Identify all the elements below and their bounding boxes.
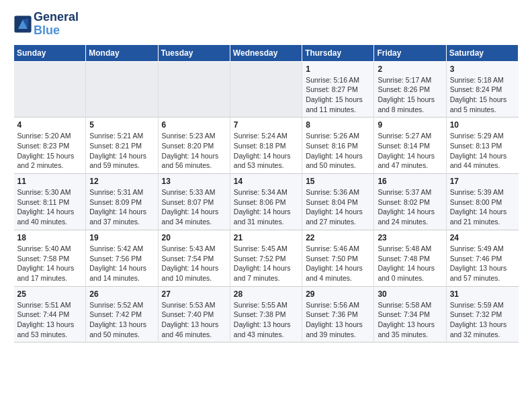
day-number: 26 [89,289,154,299]
calendar-cell: 9Sunrise: 5:27 AM Sunset: 8:14 PM Daylig… [374,118,446,174]
page-header: GeneralBlue [13,11,519,38]
day-info: Sunrise: 5:20 AM Sunset: 8:23 PM Dayligh… [17,131,83,171]
weekday-header-friday: Friday [374,44,446,61]
day-info: Sunrise: 5:59 AM Sunset: 7:32 PM Dayligh… [450,300,515,340]
calendar-cell: 25Sunrise: 5:51 AM Sunset: 7:44 PM Dayli… [14,286,86,342]
calendar-cell: 16Sunrise: 5:37 AM Sunset: 8:02 PM Dayli… [374,174,446,230]
day-info: Sunrise: 5:31 AM Sunset: 8:09 PM Dayligh… [89,187,154,227]
day-info: Sunrise: 5:36 AM Sunset: 8:04 PM Dayligh… [306,187,370,227]
calendar-cell: 21Sunrise: 5:45 AM Sunset: 7:52 PM Dayli… [230,230,302,286]
calendar-cell: 3Sunrise: 5:18 AM Sunset: 8:24 PM Daylig… [446,61,518,118]
logo-icon [13,15,32,34]
day-number: 17 [450,177,515,186]
day-number: 12 [89,177,154,186]
day-info: Sunrise: 5:52 AM Sunset: 7:42 PM Dayligh… [89,300,154,340]
day-number: 24 [450,233,515,242]
day-number: 21 [234,233,298,242]
day-number: 28 [234,289,298,299]
calendar-cell: 28Sunrise: 5:55 AM Sunset: 7:38 PM Dayli… [230,286,302,342]
day-info: Sunrise: 5:27 AM Sunset: 8:14 PM Dayligh… [378,131,442,171]
day-number: 13 [162,177,226,186]
day-info: Sunrise: 5:26 AM Sunset: 8:16 PM Dayligh… [306,131,370,171]
weekday-header-row: SundayMondayTuesdayWednesdayThursdayFrid… [14,44,519,61]
day-info: Sunrise: 5:33 AM Sunset: 8:07 PM Dayligh… [162,187,226,227]
day-number: 27 [162,289,226,299]
day-info: Sunrise: 5:43 AM Sunset: 7:54 PM Dayligh… [162,244,226,283]
calendar-cell: 24Sunrise: 5:49 AM Sunset: 7:46 PM Dayli… [446,230,518,286]
day-number: 29 [306,289,370,299]
day-info: Sunrise: 5:18 AM Sunset: 8:24 PM Dayligh… [450,75,515,115]
calendar-cell: 20Sunrise: 5:43 AM Sunset: 7:54 PM Dayli… [158,230,230,286]
day-info: Sunrise: 5:42 AM Sunset: 7:56 PM Dayligh… [89,244,154,283]
day-info: Sunrise: 5:23 AM Sunset: 8:20 PM Dayligh… [162,131,226,171]
calendar-week-3: 11Sunrise: 5:30 AM Sunset: 8:11 PM Dayli… [14,174,519,230]
day-info: Sunrise: 5:17 AM Sunset: 8:26 PM Dayligh… [378,75,442,115]
calendar-cell: 1Sunrise: 5:16 AM Sunset: 8:27 PM Daylig… [302,61,374,118]
day-number: 8 [306,120,370,130]
calendar-week-4: 18Sunrise: 5:40 AM Sunset: 7:58 PM Dayli… [14,230,519,286]
calendar-cell [230,61,302,118]
day-number: 30 [378,289,442,299]
day-number: 31 [450,289,515,299]
day-number: 15 [306,177,370,186]
day-info: Sunrise: 5:51 AM Sunset: 7:44 PM Dayligh… [17,300,83,340]
calendar-cell: 31Sunrise: 5:59 AM Sunset: 7:32 PM Dayli… [446,286,518,342]
calendar-week-5: 25Sunrise: 5:51 AM Sunset: 7:44 PM Dayli… [14,286,519,342]
weekday-header-wednesday: Wednesday [230,44,302,61]
calendar-cell: 10Sunrise: 5:29 AM Sunset: 8:13 PM Dayli… [446,118,518,174]
day-number: 14 [234,177,298,186]
day-info: Sunrise: 5:45 AM Sunset: 7:52 PM Dayligh… [234,244,298,283]
calendar-cell: 7Sunrise: 5:24 AM Sunset: 8:18 PM Daylig… [230,118,302,174]
day-info: Sunrise: 5:37 AM Sunset: 8:02 PM Dayligh… [378,187,442,227]
calendar-cell: 11Sunrise: 5:30 AM Sunset: 8:11 PM Dayli… [14,174,86,230]
calendar-week-1: 1Sunrise: 5:16 AM Sunset: 8:27 PM Daylig… [14,61,519,118]
weekday-header-tuesday: Tuesday [158,44,230,61]
calendar-cell: 6Sunrise: 5:23 AM Sunset: 8:20 PM Daylig… [158,118,230,174]
calendar-cell: 22Sunrise: 5:46 AM Sunset: 7:50 PM Dayli… [302,230,374,286]
weekday-header-monday: Monday [86,44,158,61]
day-info: Sunrise: 5:29 AM Sunset: 8:13 PM Dayligh… [450,131,515,171]
calendar-cell: 19Sunrise: 5:42 AM Sunset: 7:56 PM Dayli… [86,230,158,286]
calendar-cell [158,61,230,118]
calendar-cell: 29Sunrise: 5:56 AM Sunset: 7:36 PM Dayli… [302,286,374,342]
calendar-cell: 18Sunrise: 5:40 AM Sunset: 7:58 PM Dayli… [14,230,86,286]
calendar-cell: 27Sunrise: 5:53 AM Sunset: 7:40 PM Dayli… [158,286,230,342]
day-info: Sunrise: 5:30 AM Sunset: 8:11 PM Dayligh… [17,187,83,227]
day-info: Sunrise: 5:46 AM Sunset: 7:50 PM Dayligh… [306,244,370,283]
calendar-cell: 23Sunrise: 5:48 AM Sunset: 7:48 PM Dayli… [374,230,446,286]
calendar-week-2: 4Sunrise: 5:20 AM Sunset: 8:23 PM Daylig… [14,118,519,174]
day-number: 18 [17,233,83,242]
day-info: Sunrise: 5:49 AM Sunset: 7:46 PM Dayligh… [450,244,515,283]
calendar-cell: 30Sunrise: 5:58 AM Sunset: 7:34 PM Dayli… [374,286,446,342]
day-number: 5 [89,120,154,130]
day-number: 2 [378,64,442,74]
weekday-header-saturday: Saturday [446,44,518,61]
day-number: 16 [378,177,442,186]
weekday-header-thursday: Thursday [302,44,374,61]
calendar-cell: 12Sunrise: 5:31 AM Sunset: 8:09 PM Dayli… [86,174,158,230]
calendar-cell: 15Sunrise: 5:36 AM Sunset: 8:04 PM Dayli… [302,174,374,230]
calendar-cell [86,61,158,118]
calendar-cell: 4Sunrise: 5:20 AM Sunset: 8:23 PM Daylig… [14,118,86,174]
day-info: Sunrise: 5:56 AM Sunset: 7:36 PM Dayligh… [306,300,370,340]
day-number: 10 [450,120,515,130]
calendar-cell: 14Sunrise: 5:34 AM Sunset: 8:06 PM Dayli… [230,174,302,230]
calendar-cell: 13Sunrise: 5:33 AM Sunset: 8:07 PM Dayli… [158,174,230,230]
calendar-table: SundayMondayTuesdayWednesdayThursdayFrid… [13,44,519,343]
logo: GeneralBlue [13,11,79,38]
day-number: 19 [89,233,154,242]
day-number: 7 [234,120,298,130]
day-number: 25 [17,289,83,299]
day-number: 1 [306,64,370,74]
calendar-cell: 26Sunrise: 5:52 AM Sunset: 7:42 PM Dayli… [86,286,158,342]
calendar-cell: 17Sunrise: 5:39 AM Sunset: 8:00 PM Dayli… [446,174,518,230]
day-number: 3 [450,64,515,74]
day-number: 22 [306,233,370,242]
calendar-cell: 8Sunrise: 5:26 AM Sunset: 8:16 PM Daylig… [302,118,374,174]
calendar-cell [14,61,86,118]
day-info: Sunrise: 5:55 AM Sunset: 7:38 PM Dayligh… [234,300,298,340]
day-info: Sunrise: 5:39 AM Sunset: 8:00 PM Dayligh… [450,187,515,227]
day-number: 4 [17,120,83,130]
day-info: Sunrise: 5:16 AM Sunset: 8:27 PM Dayligh… [306,75,370,115]
day-number: 11 [17,177,83,186]
